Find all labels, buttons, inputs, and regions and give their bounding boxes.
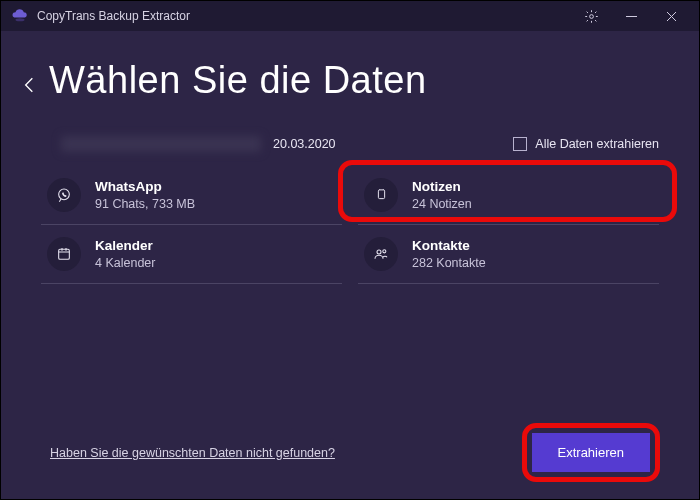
checkbox-box-icon	[513, 137, 527, 151]
item-label: Notizen	[412, 179, 472, 194]
svg-point-0	[16, 18, 25, 21]
help-link[interactable]: Haben Sie die gewünschten Daten nicht ge…	[50, 446, 335, 460]
minimize-button[interactable]	[611, 1, 651, 31]
app-title: CopyTrans Backup Extractor	[37, 9, 190, 23]
data-item-notes[interactable]: Notizen 24 Notizen	[358, 166, 659, 225]
footer: Haben Sie die gewünschten Daten nicht ge…	[0, 433, 700, 472]
data-item-whatsapp[interactable]: WhatsApp 91 Chats, 733 MB	[41, 166, 342, 225]
close-button[interactable]	[651, 1, 691, 31]
svg-point-7	[383, 250, 386, 253]
item-detail: 24 Notizen	[412, 197, 472, 211]
app-logo-icon	[11, 7, 29, 25]
heading-row: Wählen Sie die Daten	[1, 31, 699, 112]
whatsapp-icon	[47, 178, 81, 212]
notes-icon	[364, 178, 398, 212]
svg-rect-4	[59, 249, 70, 259]
item-detail: 91 Chats, 733 MB	[95, 197, 195, 211]
extract-button[interactable]: Extrahieren	[532, 433, 650, 472]
contacts-icon	[364, 237, 398, 271]
item-label: Kalender	[95, 238, 155, 253]
select-all-label: Alle Daten extrahieren	[535, 137, 659, 151]
svg-rect-5	[378, 189, 384, 198]
page-title: Wählen Sie die Daten	[49, 59, 427, 102]
calendar-icon	[47, 237, 81, 271]
item-detail: 282 Kontakte	[412, 256, 486, 270]
settings-button[interactable]	[571, 1, 611, 31]
item-detail: 4 Kalender	[95, 256, 155, 270]
svg-point-1	[589, 14, 593, 18]
data-grid: WhatsApp 91 Chats, 733 MB Kalender 4 Kal…	[1, 158, 699, 284]
svg-point-6	[377, 250, 381, 254]
backup-meta-row: 20.03.2020 Alle Daten extrahieren	[1, 112, 699, 158]
select-all-checkbox[interactable]: Alle Daten extrahieren	[513, 137, 659, 151]
data-item-calendar[interactable]: Kalender 4 Kalender	[41, 225, 342, 284]
data-item-contacts[interactable]: Kontakte 282 Kontakte	[358, 225, 659, 284]
backup-date: 20.03.2020	[273, 137, 336, 151]
svg-rect-2	[626, 16, 637, 17]
titlebar: CopyTrans Backup Extractor	[1, 1, 699, 31]
backup-name-blurred	[61, 136, 261, 152]
item-label: Kontakte	[412, 238, 486, 253]
item-label: WhatsApp	[95, 179, 195, 194]
back-button[interactable]	[19, 75, 39, 95]
